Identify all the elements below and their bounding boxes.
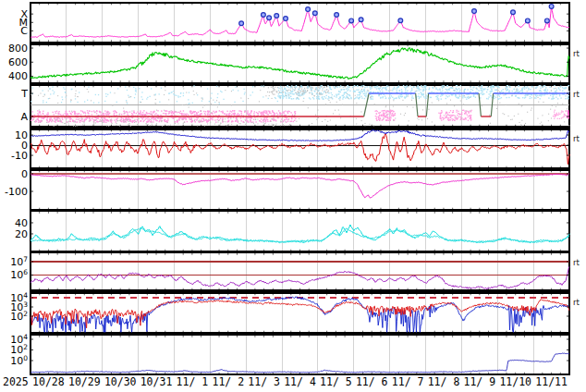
scatter-dot [116,102,117,103]
scatter-dot [287,91,288,92]
scatter-dot [115,92,116,93]
scatter-dot [365,94,366,95]
scatter-dot [439,90,440,91]
scatter-dot [128,95,128,96]
scatter-dot [374,104,375,104]
scatter-dot [489,93,490,94]
scatter-dot [535,88,536,89]
scatter-dot [46,114,47,115]
scatter-dot [331,92,332,93]
scatter-dot [60,119,61,120]
scatter-dot [459,90,460,91]
scatter-dot [62,99,63,100]
scatter-dot [285,111,286,112]
scatter-dot [209,114,210,115]
scatter-dot [111,118,112,119]
scatter-dot [447,115,448,116]
scatter-dot [455,95,456,96]
scatter-dot [330,87,331,88]
scatter-dot [211,104,212,104]
scatter-dot [459,92,460,92]
scatter-dot [96,113,97,114]
scatter-dot [130,121,131,122]
scatter-dot [34,121,35,122]
scatter-dot [96,117,97,118]
scatter-dot [273,93,274,94]
scatter-dot [441,120,442,121]
scatter-dot [416,91,417,92]
scatter-dot [183,88,184,89]
scatter-dot [559,90,560,91]
scatter-dot [121,117,122,118]
scatter-dot [148,124,149,125]
scatter-dot [554,118,555,119]
scatter-dot [276,91,277,92]
scatter-dot [313,95,314,96]
scatter-dot [379,89,380,90]
scatter-dot [211,112,212,113]
scatter-dot [348,87,349,88]
scatter-dot [381,116,382,116]
scatter-dot [246,118,247,119]
scatter-dot [127,114,128,115]
scatter-dot [84,101,85,102]
scatter-dot [480,88,481,89]
scatter-dot [557,118,558,119]
scatter-dot [130,126,131,127]
scatter-dot [93,123,94,124]
scatter-dot [263,110,264,111]
scatter-dot [155,118,156,119]
scatter-dot [216,100,217,101]
scatter-dot [207,124,208,125]
scatter-dot [347,88,348,89]
scatter-dot [441,98,442,99]
scatter-dot [183,123,184,124]
scatter-dot [425,94,426,95]
scatter-dot [136,121,137,122]
scatter-dot [192,113,193,114]
scatter-dot [431,97,432,98]
scatter-dot [410,91,411,92]
scatter-dot [467,97,468,98]
scatter-dot [277,101,278,102]
scatter-dot [128,119,128,120]
panel-proton: 107106 [10,253,569,291]
scatter-dot [401,91,402,92]
scatter-dot [250,115,250,116]
scatter-dot [464,97,465,98]
scatter-dot [114,113,115,114]
scatter-dot [355,95,356,96]
scatter-dot [458,111,458,112]
scatter-dot [519,122,520,123]
scatter-dot [223,121,224,122]
scatter-dot [213,100,214,101]
scatter-dot [340,96,341,97]
scatter-dot [562,87,563,88]
scatter-dot [177,95,178,96]
scatter-dot [117,88,118,89]
scatter-dot [375,86,376,87]
scatter-dot [344,93,345,94]
scatter-dot [95,112,96,113]
scatter-dot [436,99,437,100]
scatter-dot [496,95,497,96]
scatter-dot [489,115,490,116]
scatter-dot [543,102,543,103]
scatter-dot [262,120,263,121]
scatter-dot [289,125,290,126]
scatter-dot [153,119,154,120]
scatter-dot [134,119,135,120]
scatter-dot [376,113,377,114]
scatter-dot [522,97,523,98]
scatter-dot [283,92,284,92]
scatter-dot [55,113,56,114]
scatter-dot [387,114,388,115]
scatter-dot [370,86,371,87]
scatter-dot [244,122,245,123]
scatter-dot [96,119,97,120]
flare-event-marker [398,18,403,23]
scatter-dot [318,95,319,96]
scatter-dot [43,102,43,103]
scatter-dot [70,101,71,102]
scatter-dot [280,125,281,126]
